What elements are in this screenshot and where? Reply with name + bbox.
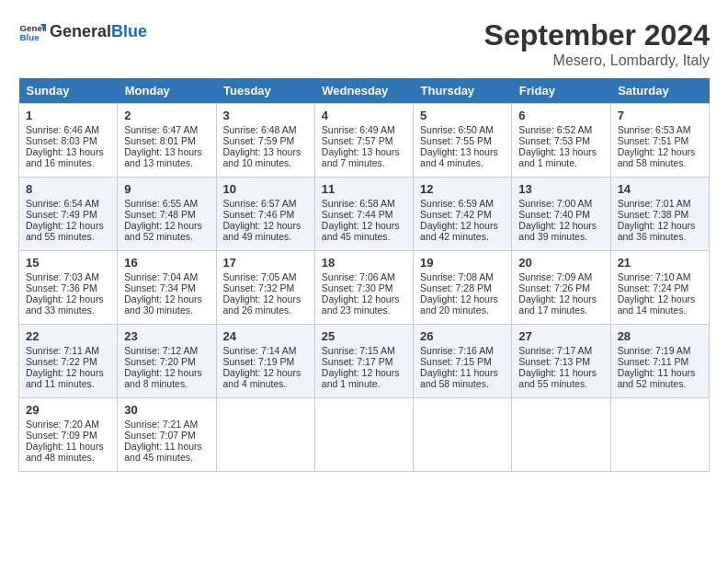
day-number: 16: [124, 256, 209, 270]
calendar-cell: 9Sunrise: 6:55 AMSunset: 7:48 PMDaylight…: [118, 178, 216, 251]
header: General Blue GeneralBlue September 2024 …: [18, 18, 710, 69]
col-thursday: Thursday: [414, 78, 512, 104]
daylight-text: Daylight: 11 hours and 45 minutes.: [124, 441, 202, 463]
daylight-text: Daylight: 12 hours and 55 minutes.: [26, 220, 104, 242]
calendar-cell: 12Sunrise: 6:59 AMSunset: 7:42 PMDayligh…: [414, 178, 512, 251]
calendar-cell: 8Sunrise: 6:54 AMSunset: 7:49 PMDaylight…: [19, 178, 118, 251]
calendar-cell: 21Sunrise: 7:10 AMSunset: 7:24 PMDayligh…: [610, 251, 709, 325]
calendar-cell: 23Sunrise: 7:12 AMSunset: 7:20 PMDayligh…: [118, 325, 216, 398]
sunset-text: Sunset: 7:13 PM: [518, 356, 590, 367]
sunset-text: Sunset: 7:40 PM: [518, 209, 590, 220]
day-number: 29: [26, 403, 110, 417]
sunset-text: Sunset: 7:48 PM: [124, 209, 196, 220]
sunset-text: Sunset: 7:30 PM: [322, 282, 393, 293]
sunrise-text: Sunrise: 7:03 AM: [26, 271, 99, 282]
col-saturday: Saturday: [610, 78, 709, 104]
daylight-text: Daylight: 12 hours and 42 minutes.: [420, 220, 498, 242]
sunset-text: Sunset: 7:07 PM: [124, 430, 196, 441]
calendar-cell: 6Sunrise: 6:52 AMSunset: 7:53 PMDaylight…: [512, 104, 610, 178]
day-number: 6: [518, 109, 603, 122]
calendar-cell: 29Sunrise: 7:20 AMSunset: 7:09 PMDayligh…: [19, 398, 118, 472]
sunrise-text: Sunrise: 7:17 AM: [518, 345, 592, 356]
calendar-cell: 22Sunrise: 7:11 AMSunset: 7:22 PMDayligh…: [19, 325, 118, 398]
sunset-text: Sunset: 7:34 PM: [124, 282, 196, 293]
calendar-cell: 14Sunrise: 7:01 AMSunset: 7:38 PMDayligh…: [610, 178, 709, 251]
calendar-cell: 5Sunrise: 6:50 AMSunset: 7:55 PMDaylight…: [414, 104, 512, 178]
day-number: 23: [124, 329, 209, 343]
sunrise-text: Sunrise: 7:05 AM: [223, 271, 297, 282]
daylight-text: Daylight: 11 hours and 48 minutes.: [26, 441, 104, 463]
calendar-cell: [610, 398, 709, 472]
col-friday: Friday: [512, 78, 610, 104]
calendar-cell: 26Sunrise: 7:16 AMSunset: 7:15 PMDayligh…: [414, 325, 512, 398]
calendar-week-0: 1Sunrise: 6:46 AMSunset: 8:03 PMDaylight…: [19, 104, 710, 178]
sunset-text: Sunset: 7:42 PM: [420, 209, 492, 220]
sunset-text: Sunset: 7:15 PM: [420, 356, 492, 367]
daylight-text: Daylight: 12 hours and 49 minutes.: [223, 220, 301, 242]
sunrise-text: Sunrise: 7:08 AM: [420, 271, 494, 282]
daylight-text: Daylight: 12 hours and 45 minutes.: [322, 220, 400, 242]
calendar-week-1: 8Sunrise: 6:54 AMSunset: 7:49 PMDaylight…: [19, 178, 710, 251]
daylight-text: Daylight: 12 hours and 4 minutes.: [223, 367, 301, 389]
sunrise-text: Sunrise: 6:50 AM: [420, 124, 494, 135]
sunset-text: Sunset: 8:03 PM: [26, 135, 97, 146]
sunset-text: Sunset: 7:28 PM: [420, 282, 492, 293]
daylight-text: Daylight: 12 hours and 39 minutes.: [518, 220, 597, 242]
day-number: 12: [420, 182, 505, 196]
day-number: 9: [124, 182, 209, 196]
sunset-text: Sunset: 7:32 PM: [223, 282, 295, 293]
daylight-text: Daylight: 12 hours and 33 minutes.: [26, 293, 104, 316]
day-number: 4: [322, 109, 406, 122]
day-number: 13: [518, 182, 603, 196]
daylight-text: Daylight: 13 hours and 10 minutes.: [223, 146, 301, 168]
title-area: September 2024 Mesero, Lombardy, Italy: [484, 18, 710, 69]
calendar-cell: 20Sunrise: 7:09 AMSunset: 7:26 PMDayligh…: [512, 251, 610, 325]
day-number: 30: [124, 403, 209, 417]
sunset-text: Sunset: 7:24 PM: [618, 282, 689, 293]
col-wednesday: Wednesday: [314, 78, 413, 104]
day-number: 8: [26, 182, 110, 196]
daylight-text: Daylight: 11 hours and 58 minutes.: [420, 367, 498, 389]
day-number: 2: [124, 109, 209, 122]
sunset-text: Sunset: 7:26 PM: [518, 282, 590, 293]
sunset-text: Sunset: 8:01 PM: [124, 135, 196, 146]
day-number: 18: [322, 256, 406, 270]
daylight-text: Daylight: 12 hours and 14 minutes.: [618, 293, 696, 316]
sunset-text: Sunset: 7:38 PM: [618, 209, 689, 220]
sunrise-text: Sunrise: 7:04 AM: [124, 271, 198, 282]
calendar-cell: 3Sunrise: 6:48 AMSunset: 7:59 PMDaylight…: [216, 104, 314, 178]
calendar-cell: 4Sunrise: 6:49 AMSunset: 7:57 PMDaylight…: [314, 104, 413, 178]
calendar-week-2: 15Sunrise: 7:03 AMSunset: 7:36 PMDayligh…: [19, 251, 710, 325]
day-number: 1: [26, 109, 110, 122]
day-number: 3: [223, 109, 308, 122]
calendar-cell: 28Sunrise: 7:19 AMSunset: 7:11 PMDayligh…: [610, 325, 709, 398]
header-row: Sunday Monday Tuesday Wednesday Thursday…: [19, 78, 710, 104]
logo: General Blue GeneralBlue: [18, 18, 147, 46]
daylight-text: Daylight: 12 hours and 8 minutes.: [124, 367, 202, 389]
day-number: 28: [618, 329, 702, 343]
col-sunday: Sunday: [19, 78, 118, 104]
day-number: 19: [420, 256, 505, 270]
day-number: 22: [26, 329, 110, 343]
sunset-text: Sunset: 7:20 PM: [124, 356, 196, 367]
location-title: Mesero, Lombardy, Italy: [484, 52, 710, 69]
calendar-cell: 30Sunrise: 7:21 AMSunset: 7:07 PMDayligh…: [118, 398, 216, 472]
sunrise-text: Sunrise: 6:52 AM: [518, 124, 592, 135]
daylight-text: Daylight: 13 hours and 16 minutes.: [26, 146, 104, 168]
sunrise-text: Sunrise: 7:15 AM: [322, 345, 395, 356]
sunrise-text: Sunrise: 7:11 AM: [26, 345, 99, 356]
day-number: 11: [322, 182, 406, 196]
calendar-cell: 27Sunrise: 7:17 AMSunset: 7:13 PMDayligh…: [512, 325, 610, 398]
calendar-cell: 1Sunrise: 6:46 AMSunset: 8:03 PMDaylight…: [19, 104, 118, 178]
calendar-cell: 10Sunrise: 6:57 AMSunset: 7:46 PMDayligh…: [216, 178, 314, 251]
sunrise-text: Sunrise: 7:06 AM: [322, 271, 395, 282]
sunrise-text: Sunrise: 6:49 AM: [322, 124, 395, 135]
calendar-cell: 2Sunrise: 6:47 AMSunset: 8:01 PMDaylight…: [118, 104, 216, 178]
daylight-text: Daylight: 11 hours and 55 minutes.: [518, 367, 597, 389]
daylight-text: Daylight: 12 hours and 17 minutes.: [518, 293, 597, 316]
daylight-text: Daylight: 12 hours and 30 minutes.: [124, 293, 202, 316]
sunset-text: Sunset: 7:51 PM: [618, 135, 689, 146]
sunset-text: Sunset: 7:11 PM: [618, 356, 689, 367]
sunrise-text: Sunrise: 7:00 AM: [518, 198, 592, 209]
sunset-text: Sunset: 7:09 PM: [26, 430, 97, 441]
